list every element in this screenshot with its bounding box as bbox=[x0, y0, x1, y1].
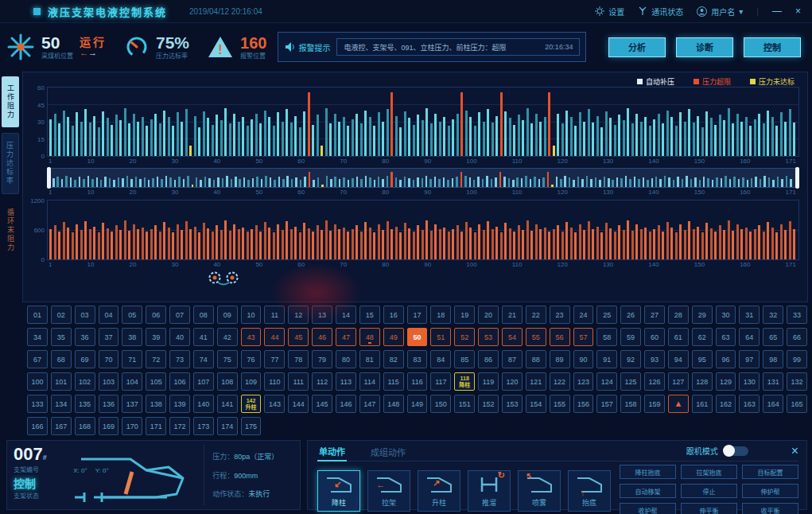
support-cell[interactable]: 95 bbox=[692, 350, 713, 368]
top-button-0[interactable]: 分析 bbox=[608, 37, 666, 57]
top-button-1[interactable]: 诊断 bbox=[676, 37, 733, 57]
support-cell[interactable]: 04 bbox=[99, 306, 119, 324]
support-cell[interactable]: 96 bbox=[716, 350, 736, 368]
support-cell[interactable]: 21 bbox=[502, 306, 523, 324]
support-cell[interactable]: 89 bbox=[550, 350, 570, 368]
support-cell-overlimit[interactable]: 53 bbox=[478, 328, 499, 346]
support-cell[interactable]: 116 bbox=[407, 372, 428, 391]
action-button-support-arrow-up[interactable]: ↗升柱 bbox=[418, 470, 460, 512]
support-cell[interactable]: 151 bbox=[454, 395, 475, 413]
support-cell[interactable]: 18 bbox=[430, 306, 451, 324]
support-cell[interactable]: 65 bbox=[763, 328, 783, 346]
support-cell[interactable]: 125 bbox=[620, 372, 641, 391]
support-cell[interactable]: 103 bbox=[99, 372, 119, 391]
support-cell[interactable]: 132 bbox=[787, 372, 807, 391]
support-cell[interactable]: 119 bbox=[478, 372, 499, 391]
support-cell[interactable]: 82 bbox=[383, 350, 404, 368]
support-cell[interactable]: 140 bbox=[193, 395, 214, 413]
support-cell[interactable]: 22 bbox=[526, 306, 546, 324]
support-cell[interactable]: 92 bbox=[620, 350, 641, 368]
side-tab-1[interactable]: 压力达标率 bbox=[2, 133, 19, 194]
support-cell[interactable]: 13 bbox=[312, 306, 332, 324]
top-button-2[interactable]: 控制 bbox=[744, 37, 801, 57]
support-cell[interactable]: 20 bbox=[478, 306, 499, 324]
support-cell[interactable]: 68 bbox=[51, 350, 72, 368]
support-cell[interactable]: 69 bbox=[75, 350, 95, 368]
support-cell[interactable]: 23 bbox=[550, 306, 570, 324]
support-cell[interactable]: 161 bbox=[692, 395, 713, 413]
support-cell[interactable]: 131 bbox=[763, 372, 783, 391]
support-cell[interactable]: 126 bbox=[644, 372, 665, 391]
support-cell[interactable]: 61 bbox=[668, 328, 689, 346]
support-cell[interactable]: 36 bbox=[75, 328, 95, 346]
support-cell[interactable]: 94 bbox=[668, 350, 689, 368]
support-cell[interactable]: 146 bbox=[336, 395, 356, 413]
support-cell[interactable]: 63 bbox=[716, 328, 736, 346]
support-cell[interactable]: 141 bbox=[217, 395, 238, 413]
support-cell[interactable]: 66 bbox=[787, 328, 807, 346]
support-cell[interactable]: 172 bbox=[169, 417, 190, 435]
support-cell[interactable]: 173 bbox=[193, 417, 214, 435]
support-cell[interactable]: 80 bbox=[336, 350, 356, 368]
support-cell[interactable]: 122 bbox=[550, 372, 570, 391]
support-cell[interactable]: 35 bbox=[51, 328, 72, 346]
support-cell[interactable]: 157 bbox=[596, 395, 617, 413]
support-cell[interactable]: 148 bbox=[383, 395, 404, 413]
support-cell-overlimit[interactable]: 45 bbox=[288, 328, 309, 346]
support-cell[interactable]: 15 bbox=[359, 306, 380, 324]
quick-action-button-8[interactable]: 收平衡 bbox=[742, 503, 798, 514]
support-cell[interactable]: 34 bbox=[27, 328, 48, 346]
support-cell[interactable]: 162 bbox=[716, 395, 736, 413]
support-cell[interactable]: 167 bbox=[51, 417, 72, 435]
action-tab-1[interactable]: 成组动作 bbox=[369, 442, 407, 461]
close-button[interactable]: × bbox=[795, 6, 801, 17]
support-cell[interactable]: 150 bbox=[430, 395, 451, 413]
support-cell[interactable]: 137 bbox=[122, 395, 142, 413]
support-cell-action[interactable]: 142升柱 bbox=[241, 395, 262, 413]
support-cell[interactable]: 62 bbox=[692, 328, 713, 346]
support-cell-overlimit[interactable]: 52 bbox=[454, 328, 475, 346]
support-cell[interactable]: 09 bbox=[217, 306, 238, 324]
support-cell[interactable]: 60 bbox=[644, 328, 665, 346]
action-button-support-arrow-down[interactable]: ↙降柱 bbox=[317, 470, 360, 512]
support-cell[interactable]: 165 bbox=[787, 395, 807, 413]
user-menu[interactable]: 用户名 ▾ bbox=[697, 6, 743, 18]
support-cell[interactable]: 129 bbox=[716, 372, 736, 391]
support-cell[interactable]: 70 bbox=[99, 350, 119, 368]
support-cell[interactable]: 81 bbox=[359, 350, 380, 368]
support-cell[interactable]: 169 bbox=[99, 417, 119, 435]
support-cell[interactable]: 111 bbox=[288, 372, 309, 391]
support-cell[interactable]: 84 bbox=[430, 350, 451, 368]
support-cell-overlimit[interactable]: 51 bbox=[430, 328, 451, 346]
support-cell[interactable]: 16 bbox=[383, 306, 404, 324]
support-cell[interactable]: 07 bbox=[169, 306, 190, 324]
support-cell[interactable]: 11 bbox=[264, 306, 285, 324]
support-cell[interactable]: 130 bbox=[739, 372, 760, 391]
support-cell[interactable]: 107 bbox=[193, 372, 214, 391]
support-cell[interactable]: 135 bbox=[75, 395, 95, 413]
support-cell[interactable]: 42 bbox=[217, 328, 238, 346]
support-cell[interactable]: 76 bbox=[241, 350, 262, 368]
support-cell[interactable]: 108 bbox=[217, 372, 238, 391]
support-cell[interactable]: 138 bbox=[146, 395, 166, 413]
navigator-right-handle[interactable] bbox=[795, 167, 799, 189]
support-cell[interactable]: 05 bbox=[122, 306, 142, 324]
quick-action-button-3[interactable]: 自动移架 bbox=[620, 484, 676, 498]
support-cell[interactable]: 39 bbox=[146, 328, 166, 346]
support-cell[interactable]: 91 bbox=[596, 350, 617, 368]
support-cell[interactable]: 29 bbox=[692, 306, 713, 324]
support-cell[interactable]: 12 bbox=[288, 306, 309, 324]
support-cell[interactable]: 37 bbox=[99, 328, 119, 346]
support-cell[interactable]: 26 bbox=[620, 306, 641, 324]
support-cell[interactable]: 67 bbox=[27, 350, 48, 368]
support-cell[interactable]: 40 bbox=[169, 328, 190, 346]
quick-action-button-1[interactable]: 拉架抬底 bbox=[681, 465, 737, 479]
support-cell-overlimit[interactable]: 44 bbox=[264, 328, 285, 346]
support-cell[interactable]: 97 bbox=[739, 350, 760, 368]
support-cell[interactable]: 33 bbox=[787, 306, 807, 324]
support-cell[interactable]: 86 bbox=[478, 350, 499, 368]
action-button-support-spray[interactable]: ↖喷雾 bbox=[518, 470, 561, 512]
support-cell[interactable]: 79 bbox=[312, 350, 332, 368]
support-cell[interactable]: 170 bbox=[122, 417, 142, 435]
support-cell[interactable]: 83 bbox=[407, 350, 428, 368]
